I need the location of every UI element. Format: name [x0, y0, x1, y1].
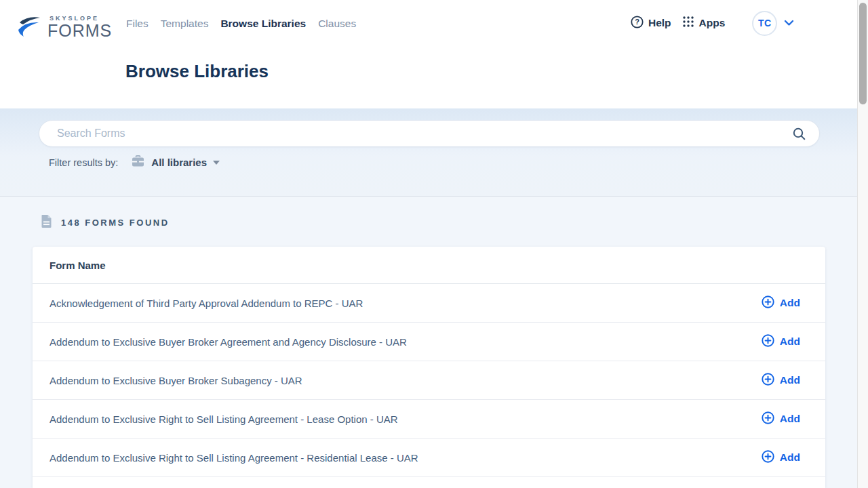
plus-circle-icon [762, 334, 774, 350]
add-form-button[interactable]: Add [762, 334, 800, 350]
forms-table-card: Form Name Acknowledgement of Third Party… [33, 247, 825, 488]
scrollbar-thumb[interactable] [859, 3, 867, 104]
table-row[interactable]: Acknowledgement of Third Party Approval … [33, 284, 825, 323]
header-actions: ? Help Apps [631, 8, 794, 38]
library-filter-dropdown[interactable]: All libraries [151, 157, 207, 168]
form-document-icon [41, 214, 52, 231]
table-row-partial [33, 477, 825, 488]
search-icon[interactable] [792, 127, 806, 144]
account-menu-chevron-icon[interactable] [784, 20, 794, 26]
add-form-button[interactable]: Add [762, 450, 800, 466]
add-button-label: Add [780, 413, 800, 425]
plus-circle-icon [762, 373, 774, 388]
table-row[interactable]: Addendum to Exclusive Right to Sell List… [33, 400, 825, 439]
briefcase-icon [132, 155, 144, 169]
add-button-label: Add [780, 297, 800, 309]
nav-item-clauses[interactable]: Clauses [318, 18, 356, 30]
add-button-label: Add [780, 451, 800, 464]
plus-circle-icon [762, 450, 774, 466]
filter-row: Filter results by: All libraries [49, 155, 220, 169]
form-name: Addendum to Exclusive Buyer Broker Subag… [50, 375, 302, 386]
add-form-button[interactable]: Add [762, 373, 800, 388]
help-label: Help [648, 17, 671, 29]
svg-text:?: ? [635, 18, 639, 26]
skyslope-forms-logo[interactable]: SKYSLOPE FORMS [16, 14, 112, 43]
form-name: Addendum to Exclusive Right to Sell List… [50, 413, 398, 425]
filter-by-label: Filter results by: [49, 157, 118, 168]
nav-item-templates[interactable]: Templates [161, 18, 209, 30]
table-row[interactable]: Addendum to Exclusive Buyer Broker Agree… [33, 323, 825, 361]
plus-circle-icon [762, 296, 774, 311]
avatar-initials: TC [758, 18, 772, 28]
help-icon: ? [631, 16, 644, 31]
apps-button[interactable]: Apps [682, 16, 726, 30]
brand-forms-label: FORMS [47, 22, 112, 39]
table-row[interactable]: Addendum to Exclusive Buyer Broker Subag… [33, 361, 825, 400]
help-button[interactable]: ? Help [631, 16, 671, 31]
search-filter-section: Filter results by: All libraries [0, 108, 857, 197]
user-avatar[interactable]: TC [752, 11, 777, 36]
add-form-button[interactable]: Add [762, 411, 800, 427]
page-title: Browse Libraries [125, 61, 269, 82]
app-window: SKYSLOPE FORMS Files Templates Browse Li… [0, 0, 868, 488]
top-header: SKYSLOPE FORMS Files Templates Browse Li… [0, 0, 857, 108]
skyslope-logo-icon [16, 14, 42, 43]
form-name-column-header: Form Name [50, 260, 106, 271]
apps-grid-icon [682, 16, 694, 30]
results-count-row: 148 FORMS FOUND [41, 214, 170, 231]
forms-found-label: 148 FORMS FOUND [61, 218, 170, 228]
nav-item-files[interactable]: Files [126, 18, 149, 30]
add-button-label: Add [780, 374, 800, 386]
apps-label: Apps [699, 17, 726, 29]
search-form-wrapper [39, 120, 820, 147]
add-button-label: Add [780, 336, 800, 348]
add-form-button[interactable]: Add [762, 296, 800, 311]
form-name: Addendum to Exclusive Right to Sell List… [50, 452, 418, 464]
table-row[interactable]: Addendum to Exclusive Right to Sell List… [33, 439, 825, 477]
search-input[interactable] [39, 120, 820, 147]
dropdown-caret-icon[interactable] [213, 161, 220, 165]
form-name: Acknowledgement of Third Party Approval … [50, 298, 363, 309]
nav-item-browse-libraries[interactable]: Browse Libraries [220, 18, 306, 30]
form-name: Addendum to Exclusive Buyer Broker Agree… [50, 336, 407, 348]
brand-text: SKYSLOPE FORMS [47, 14, 112, 39]
plus-circle-icon [762, 411, 774, 427]
table-header-row: Form Name [33, 247, 825, 284]
vertical-scrollbar[interactable] [857, 0, 868, 488]
main-nav: Files Templates Browse Libraries Clauses [126, 18, 356, 30]
